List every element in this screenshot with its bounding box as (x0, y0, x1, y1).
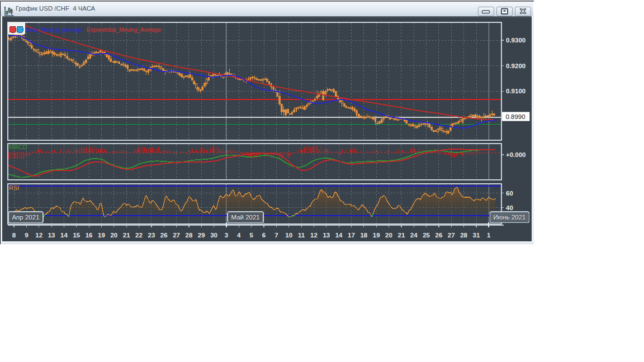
svg-text:RSI: RSI (9, 184, 19, 191)
svg-text:MACD: MACD (9, 144, 27, 150)
svg-text:29: 29 (198, 232, 205, 239)
svg-text:21: 21 (123, 232, 130, 239)
svg-text:24: 24 (410, 232, 418, 239)
svg-text:18: 18 (360, 232, 367, 239)
svg-text:3: 3 (225, 232, 228, 239)
svg-text:19: 19 (373, 232, 380, 239)
svg-text:40: 40 (506, 204, 513, 211)
svg-text:13: 13 (323, 232, 330, 239)
svg-text:Exponential_Moving_Average: Exponential_Moving_Average (87, 26, 161, 33)
svg-text:17: 17 (348, 232, 355, 239)
svg-text:15: 15 (73, 232, 80, 239)
svg-text:27: 27 (173, 232, 180, 239)
svg-text:26: 26 (160, 232, 168, 239)
svg-text:28: 28 (460, 232, 467, 239)
svg-text:10: 10 (285, 232, 292, 239)
svg-text:11: 11 (298, 232, 305, 239)
svg-text:60: 60 (506, 190, 513, 197)
svg-text:22: 22 (135, 232, 143, 239)
svg-text:28: 28 (186, 232, 193, 239)
svg-text:20: 20 (110, 232, 117, 239)
svg-text:31: 31 (473, 232, 480, 239)
svg-text:26: 26 (435, 232, 443, 239)
svg-text:7: 7 (274, 232, 278, 239)
svg-text:0.9200: 0.9200 (506, 63, 525, 69)
svg-text:5: 5 (249, 232, 253, 239)
svg-text:6: 6 (262, 232, 266, 239)
svg-text:0.9300: 0.9300 (506, 37, 525, 44)
svg-text:23: 23 (148, 232, 155, 239)
svg-text:9: 9 (25, 232, 28, 239)
svg-text:+0.000: +0.000 (506, 151, 526, 158)
svg-text:25: 25 (423, 232, 430, 239)
svg-text:30: 30 (210, 232, 217, 239)
svg-text:0.8990: 0.8990 (505, 113, 525, 120)
svg-text:27: 27 (448, 232, 455, 239)
svg-text:13: 13 (48, 232, 55, 239)
svg-text:21: 21 (398, 232, 405, 239)
svg-text:20: 20 (385, 232, 392, 239)
svg-text:Июнь 2021: Июнь 2021 (493, 214, 525, 221)
svg-text:Май 2021: Май 2021 (231, 214, 259, 221)
svg-text:14: 14 (60, 232, 68, 239)
svg-text:19: 19 (98, 232, 105, 239)
svg-text:12: 12 (310, 232, 318, 239)
svg-text:ential_Moving_Average: ential_Moving_Average (25, 26, 82, 33)
svg-text:4: 4 (237, 232, 241, 239)
svg-text:0.9100: 0.9100 (506, 88, 525, 94)
svg-text:8: 8 (12, 232, 16, 239)
svg-text:16: 16 (86, 232, 93, 239)
svg-text:14: 14 (335, 232, 343, 239)
svg-text:1: 1 (487, 232, 491, 239)
svg-text:12: 12 (35, 232, 42, 239)
svg-text:Апр 2021: Апр 2021 (12, 214, 39, 221)
